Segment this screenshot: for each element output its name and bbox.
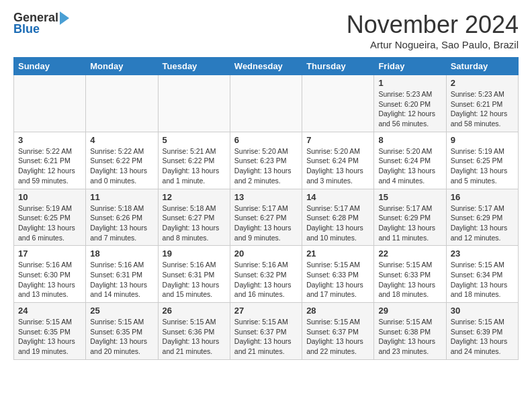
day-number: 22 xyxy=(378,248,441,259)
calendar-cell: 11Sunrise: 5:18 AMSunset: 6:26 PMDayligh… xyxy=(86,189,158,246)
calendar-cell: 24Sunrise: 5:15 AMSunset: 6:35 PMDayligh… xyxy=(14,303,86,360)
day-info: Sunrise: 5:22 AMSunset: 6:22 PMDaylight:… xyxy=(90,146,153,186)
day-info: Sunrise: 5:16 AMSunset: 6:30 PMDaylight:… xyxy=(18,260,81,300)
day-number: 9 xyxy=(451,135,514,145)
col-header-monday: Monday xyxy=(86,58,158,75)
day-number: 21 xyxy=(306,248,369,259)
calendar-cell: 14Sunrise: 5:17 AMSunset: 6:28 PMDayligh… xyxy=(302,189,374,246)
day-info: Sunrise: 5:19 AMSunset: 6:25 PMDaylight:… xyxy=(451,146,514,186)
calendar-cell: 8Sunrise: 5:20 AMSunset: 6:24 PMDaylight… xyxy=(374,132,446,189)
calendar-cell xyxy=(86,75,158,132)
day-number: 30 xyxy=(451,306,514,316)
calendar-cell: 7Sunrise: 5:20 AMSunset: 6:24 PMDaylight… xyxy=(302,132,374,189)
calendar-cell: 6Sunrise: 5:20 AMSunset: 6:23 PMDaylight… xyxy=(230,132,302,189)
day-number: 6 xyxy=(234,135,298,145)
day-info: Sunrise: 5:17 AMSunset: 6:29 PMDaylight:… xyxy=(451,203,514,243)
day-info: Sunrise: 5:20 AMSunset: 6:23 PMDaylight:… xyxy=(234,146,298,186)
day-info: Sunrise: 5:17 AMSunset: 6:28 PMDaylight:… xyxy=(306,203,369,243)
day-info: Sunrise: 5:20 AMSunset: 6:24 PMDaylight:… xyxy=(306,146,369,186)
location-subtitle: Artur Nogueira, Sao Paulo, Brazil xyxy=(347,39,519,50)
day-number: 4 xyxy=(90,135,153,145)
day-number: 29 xyxy=(378,306,441,316)
day-info: Sunrise: 5:15 AMSunset: 6:38 PMDaylight:… xyxy=(378,317,441,357)
col-header-sunday: Sunday xyxy=(14,58,86,75)
calendar-header-row: SundayMondayTuesdayWednesdayThursdayFrid… xyxy=(14,58,519,75)
day-number: 11 xyxy=(90,192,153,202)
day-number: 24 xyxy=(18,306,81,316)
calendar-cell: 28Sunrise: 5:15 AMSunset: 6:37 PMDayligh… xyxy=(302,303,374,360)
page-header: General Blue November 2024 Artur Nogueir… xyxy=(13,11,519,50)
day-number: 27 xyxy=(234,306,298,316)
month-title: November 2024 xyxy=(347,11,519,39)
day-number: 12 xyxy=(163,192,226,202)
logo-arrow-icon xyxy=(60,11,69,25)
calendar-cell: 22Sunrise: 5:15 AMSunset: 6:33 PMDayligh… xyxy=(374,246,446,303)
day-info: Sunrise: 5:20 AMSunset: 6:24 PMDaylight:… xyxy=(378,146,441,186)
day-number: 16 xyxy=(451,192,514,202)
day-number: 14 xyxy=(306,192,369,202)
day-info: Sunrise: 5:23 AMSunset: 6:21 PMDaylight:… xyxy=(451,89,514,129)
day-info: Sunrise: 5:16 AMSunset: 6:31 PMDaylight:… xyxy=(90,260,153,300)
calendar-cell: 18Sunrise: 5:16 AMSunset: 6:31 PMDayligh… xyxy=(86,246,158,303)
day-info: Sunrise: 5:16 AMSunset: 6:31 PMDaylight:… xyxy=(163,260,226,300)
day-number: 23 xyxy=(451,248,514,259)
calendar-week-row: 24Sunrise: 5:15 AMSunset: 6:35 PMDayligh… xyxy=(14,303,519,360)
day-number: 8 xyxy=(378,135,441,145)
calendar-cell: 25Sunrise: 5:15 AMSunset: 6:35 PMDayligh… xyxy=(86,303,158,360)
logo-blue-text: Blue xyxy=(13,22,40,36)
day-info: Sunrise: 5:15 AMSunset: 6:33 PMDaylight:… xyxy=(306,260,369,300)
day-number: 2 xyxy=(451,78,514,88)
day-number: 18 xyxy=(90,248,153,259)
day-info: Sunrise: 5:17 AMSunset: 6:27 PMDaylight:… xyxy=(234,203,298,243)
day-info: Sunrise: 5:15 AMSunset: 6:34 PMDaylight:… xyxy=(451,260,514,300)
day-number: 13 xyxy=(234,192,298,202)
day-number: 5 xyxy=(163,135,226,145)
day-number: 3 xyxy=(18,135,81,145)
calendar-cell xyxy=(158,75,230,132)
day-number: 15 xyxy=(378,192,441,202)
col-header-friday: Friday xyxy=(374,58,446,75)
calendar-cell: 17Sunrise: 5:16 AMSunset: 6:30 PMDayligh… xyxy=(14,246,86,303)
calendar-cell: 27Sunrise: 5:15 AMSunset: 6:37 PMDayligh… xyxy=(230,303,302,360)
day-number: 20 xyxy=(234,248,298,259)
day-number: 19 xyxy=(163,248,226,259)
logo: General Blue xyxy=(13,11,69,36)
col-header-tuesday: Tuesday xyxy=(158,58,230,75)
day-info: Sunrise: 5:15 AMSunset: 6:35 PMDaylight:… xyxy=(90,317,153,357)
calendar-cell: 9Sunrise: 5:19 AMSunset: 6:25 PMDaylight… xyxy=(446,132,518,189)
day-number: 1 xyxy=(378,78,441,88)
calendar-week-row: 3Sunrise: 5:22 AMSunset: 6:21 PMDaylight… xyxy=(14,132,519,189)
calendar-cell: 23Sunrise: 5:15 AMSunset: 6:34 PMDayligh… xyxy=(446,246,518,303)
day-info: Sunrise: 5:15 AMSunset: 6:37 PMDaylight:… xyxy=(306,317,369,357)
day-info: Sunrise: 5:23 AMSunset: 6:20 PMDaylight:… xyxy=(378,89,441,129)
day-info: Sunrise: 5:17 AMSunset: 6:29 PMDaylight:… xyxy=(378,203,441,243)
calendar-cell: 20Sunrise: 5:16 AMSunset: 6:32 PMDayligh… xyxy=(230,246,302,303)
day-info: Sunrise: 5:18 AMSunset: 6:27 PMDaylight:… xyxy=(163,203,226,243)
day-info: Sunrise: 5:15 AMSunset: 6:33 PMDaylight:… xyxy=(378,260,441,300)
col-header-saturday: Saturday xyxy=(446,58,518,75)
calendar-cell: 13Sunrise: 5:17 AMSunset: 6:27 PMDayligh… xyxy=(230,189,302,246)
day-number: 17 xyxy=(18,248,81,259)
day-info: Sunrise: 5:15 AMSunset: 6:36 PMDaylight:… xyxy=(163,317,226,357)
day-info: Sunrise: 5:22 AMSunset: 6:21 PMDaylight:… xyxy=(18,146,81,186)
calendar-cell: 19Sunrise: 5:16 AMSunset: 6:31 PMDayligh… xyxy=(158,246,230,303)
title-block: November 2024 Artur Nogueira, Sao Paulo,… xyxy=(347,11,519,50)
day-info: Sunrise: 5:15 AMSunset: 6:39 PMDaylight:… xyxy=(451,317,514,357)
calendar-cell: 10Sunrise: 5:19 AMSunset: 6:25 PMDayligh… xyxy=(14,189,86,246)
calendar-cell: 26Sunrise: 5:15 AMSunset: 6:36 PMDayligh… xyxy=(158,303,230,360)
calendar-week-row: 10Sunrise: 5:19 AMSunset: 6:25 PMDayligh… xyxy=(14,189,519,246)
day-number: 7 xyxy=(306,135,369,145)
day-info: Sunrise: 5:15 AMSunset: 6:37 PMDaylight:… xyxy=(234,317,298,357)
calendar-cell: 21Sunrise: 5:15 AMSunset: 6:33 PMDayligh… xyxy=(302,246,374,303)
day-number: 26 xyxy=(163,306,226,316)
calendar-cell xyxy=(302,75,374,132)
calendar-cell: 1Sunrise: 5:23 AMSunset: 6:20 PMDaylight… xyxy=(374,75,446,132)
col-header-wednesday: Wednesday xyxy=(230,58,302,75)
calendar-cell xyxy=(14,75,86,132)
calendar-cell: 16Sunrise: 5:17 AMSunset: 6:29 PMDayligh… xyxy=(446,189,518,246)
calendar-table: SundayMondayTuesdayWednesdayThursdayFrid… xyxy=(13,57,519,360)
day-number: 10 xyxy=(18,192,81,202)
calendar-cell: 15Sunrise: 5:17 AMSunset: 6:29 PMDayligh… xyxy=(374,189,446,246)
calendar-cell: 30Sunrise: 5:15 AMSunset: 6:39 PMDayligh… xyxy=(446,303,518,360)
day-info: Sunrise: 5:21 AMSunset: 6:22 PMDaylight:… xyxy=(163,146,226,186)
